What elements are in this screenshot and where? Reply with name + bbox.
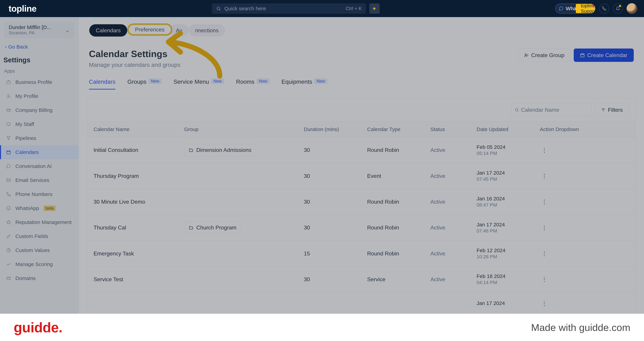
table-row: Initial ConsultationDimension Admissions… bbox=[88, 137, 635, 163]
svg-point-0 bbox=[217, 7, 220, 10]
cell-group bbox=[178, 267, 298, 292]
cell-name: Thursday Cal bbox=[88, 215, 178, 241]
table-row: Service Test30ServiceActiveFeb 16 202404… bbox=[88, 267, 635, 292]
row-action-button[interactable]: ⋮ bbox=[540, 299, 549, 308]
sidebar-item-business-profile[interactable]: Business Profile bbox=[0, 75, 78, 89]
cell-name: Service Test bbox=[88, 267, 178, 292]
folder-icon bbox=[189, 148, 193, 152]
chevron-down-icon: ⌄ bbox=[65, 27, 70, 33]
table-row: Thursday CalChurch Program30Round RobinA… bbox=[88, 215, 635, 241]
sidebar-item-domains[interactable]: Domains bbox=[0, 271, 78, 285]
sidebar-item-custom-fields[interactable]: Custom Fields bbox=[0, 229, 78, 243]
tab-preferences[interactable]: Preferences bbox=[127, 23, 172, 36]
chat-icon bbox=[6, 164, 12, 169]
phone-icon bbox=[602, 6, 606, 11]
svg-point-10 bbox=[525, 54, 526, 55]
briefcase-icon bbox=[6, 80, 12, 85]
row-action-button[interactable]: ⋮ bbox=[540, 146, 549, 155]
subtab-service-menu[interactable]: Service Menu New bbox=[174, 78, 224, 89]
subtab-equipments[interactable]: Equipments New bbox=[282, 78, 327, 89]
sidebar-item-manage-scoring[interactable]: Manage Scoring bbox=[0, 257, 78, 271]
svg-point-12 bbox=[515, 108, 518, 111]
go-back-label: Go Back bbox=[8, 44, 28, 50]
cell-group: Dimension Admissions bbox=[178, 137, 298, 163]
screen-icon bbox=[6, 122, 12, 127]
phone-icon bbox=[6, 192, 12, 197]
sidebar-item-calendars[interactable]: Calendars bbox=[0, 145, 78, 159]
sidebar-item-email-services[interactable]: Email Services bbox=[0, 173, 78, 187]
cell-group bbox=[178, 189, 298, 215]
table-row: Emergency Task15Round RobinActiveFeb 12 … bbox=[88, 241, 635, 267]
row-action-button[interactable]: ⋮ bbox=[540, 249, 549, 258]
svg-rect-1 bbox=[7, 81, 10, 84]
subtab-groups[interactable]: Groups New bbox=[128, 78, 162, 89]
sidebar-item-conversation-ai[interactable]: Conversation AI bbox=[0, 159, 78, 173]
cell-type: Service bbox=[361, 267, 424, 292]
col-name[interactable]: Calendar Name bbox=[88, 122, 178, 137]
create-calendar-button[interactable]: Create Calendar bbox=[574, 48, 634, 62]
sidebar-item-label: Reputation Management bbox=[16, 219, 72, 225]
cell-duration: 30 bbox=[298, 189, 361, 215]
subtab-rooms[interactable]: Rooms New bbox=[236, 78, 270, 89]
guidde-logo: guidde. bbox=[14, 320, 62, 336]
star-icon bbox=[6, 220, 12, 225]
sidebar-item-my-profile[interactable]: My Profile bbox=[0, 89, 78, 103]
sidebar-item-whatsapp[interactable]: WhatsAppbeta bbox=[0, 201, 78, 215]
card-icon bbox=[6, 276, 12, 281]
cell-group bbox=[178, 292, 298, 315]
col-type[interactable]: Calendar Type bbox=[361, 122, 424, 137]
col-group[interactable]: Group bbox=[178, 122, 298, 137]
search-input[interactable]: Quick search here Ctrl + K bbox=[212, 3, 366, 14]
filter-icon bbox=[6, 136, 12, 141]
cell-date: Jan 17 202407:46 PM bbox=[470, 215, 534, 241]
cell-type: Round Robin bbox=[361, 215, 424, 241]
row-action-button[interactable]: ⋮ bbox=[540, 172, 549, 180]
group-chip[interactable]: Dimension Admissions bbox=[184, 144, 256, 156]
go-back-link[interactable]: ‹ Go Back bbox=[0, 40, 78, 54]
sidebar-item-custom-values[interactable]: Custom Values bbox=[0, 243, 78, 257]
calendar-name-search[interactable]: Calendar Name bbox=[511, 103, 592, 116]
tab-calendars[interactable]: Calendars bbox=[89, 24, 127, 36]
sidebar-item-reputation[interactable]: Reputation Management bbox=[0, 215, 78, 229]
row-action-button[interactable]: ⋮ bbox=[540, 223, 549, 232]
sidebar-item-phone-numbers[interactable]: Phone Numbers bbox=[0, 187, 78, 201]
col-duration[interactable]: Duration (mins) bbox=[298, 122, 361, 137]
branch-switcher[interactable]: Dunder Mifflin [D... Scranton, PA ⌄ bbox=[4, 22, 74, 38]
avatar[interactable] bbox=[626, 3, 637, 14]
sidebar-item-label: Company Billing bbox=[16, 107, 52, 113]
sidebar-item-label: Business Profile bbox=[16, 79, 52, 85]
user-icon bbox=[6, 94, 12, 99]
row-action-button[interactable]: ⋮ bbox=[540, 197, 549, 206]
cell-status: Active bbox=[424, 189, 470, 215]
col-status[interactable]: Status bbox=[424, 122, 470, 137]
page-title: Calendar Settings bbox=[89, 48, 180, 59]
cell-type: Event bbox=[361, 163, 424, 189]
cell-duration: 15 bbox=[298, 241, 361, 267]
group-chip-label: Dimension Admissions bbox=[196, 147, 252, 153]
cell-date: Feb 16 202404:14 PM bbox=[470, 267, 534, 292]
table-row: Jan 17 2024⋮ bbox=[88, 292, 635, 315]
row-action-button[interactable]: ⋮ bbox=[540, 275, 549, 284]
folder-icon bbox=[189, 226, 193, 230]
group-chip[interactable]: Church Program bbox=[184, 222, 241, 234]
cell-duration: 30 bbox=[298, 215, 361, 241]
calendar-icon bbox=[6, 150, 12, 155]
branch-location: Scranton, PA bbox=[9, 30, 51, 35]
sidebar-item-pipelines[interactable]: Pipelines bbox=[0, 131, 78, 145]
bolt-button[interactable] bbox=[369, 3, 380, 14]
sidebar-item-company-billing[interactable]: Company Billing bbox=[0, 103, 78, 117]
subtab-calendars[interactable]: Calendars bbox=[89, 78, 116, 89]
col-action[interactable]: Action Dropdown bbox=[534, 122, 635, 137]
sidebar-item-my-staff[interactable]: My Staff bbox=[0, 117, 78, 131]
col-updated[interactable]: Date Updated bbox=[470, 122, 534, 137]
sidebar-item-label: Email Services bbox=[16, 177, 49, 183]
notifications-button[interactable] bbox=[613, 3, 623, 13]
tab-connections[interactable]: nnections bbox=[188, 24, 225, 36]
filters-button[interactable]: Filters bbox=[595, 103, 629, 116]
group-chip-label: Church Program bbox=[196, 225, 236, 231]
card-icon bbox=[6, 108, 12, 113]
create-group-button[interactable]: Create Group bbox=[518, 48, 571, 62]
phone-button[interactable] bbox=[599, 3, 609, 13]
create-group-label: Create Group bbox=[531, 52, 564, 58]
whats-new-button[interactable]: What topline Support dates bbox=[555, 3, 596, 13]
